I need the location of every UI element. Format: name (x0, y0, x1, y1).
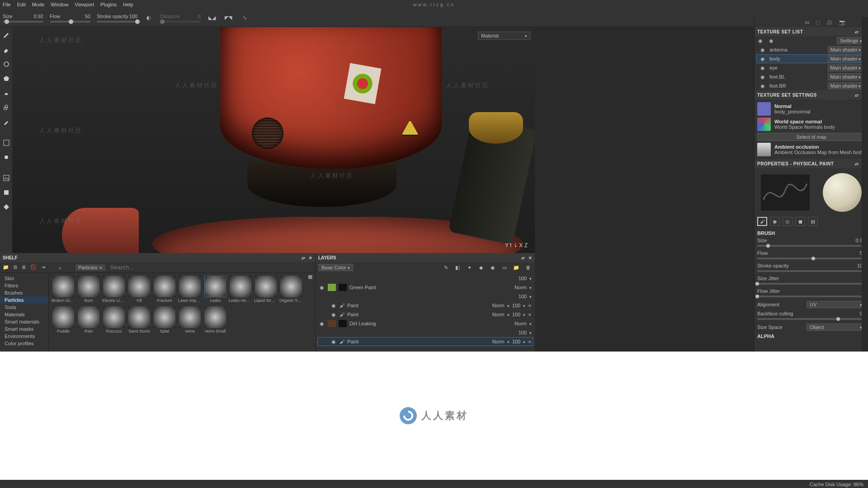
projection-tool-icon[interactable] (2, 60, 11, 69)
shelf-category[interactable]: Particles (0, 296, 48, 304)
prop-size-slider[interactable] (757, 245, 865, 247)
shelf-category[interactable]: Filters (0, 282, 48, 289)
filter-icon[interactable]: ⌕ (59, 265, 62, 270)
menu-mode[interactable]: Mode (32, 2, 45, 7)
opt-flow-slider[interactable] (50, 21, 90, 23)
shelf-item[interactable]: Leaks (203, 276, 227, 303)
layer-visibility-icon[interactable]: ◉ (319, 284, 325, 291)
layer-row[interactable]: ◉🖌PaintNorm100 (317, 337, 533, 346)
remove-effect-icon[interactable] (528, 312, 532, 317)
menu-plugins[interactable]: Plugins (100, 2, 117, 7)
symmetry-x-icon[interactable]: ◣◢ (207, 13, 217, 23)
add-group-icon[interactable]: ▭ (500, 263, 509, 272)
tss-map-normal[interactable]: Normalbody_prenormal (757, 101, 865, 117)
right-column-scrollbar[interactable] (862, 17, 868, 352)
shader-dropdown[interactable]: Main shader (828, 55, 863, 62)
close-icon[interactable] (528, 255, 532, 260)
texture-set-item[interactable]: ◉bodyMain shader (756, 54, 866, 63)
fill-tab-icon[interactable]: ◼ (795, 217, 805, 226)
lazy-mouse-icon[interactable]: ◐ (144, 13, 154, 23)
shelf-category[interactable]: Smart masks (0, 325, 48, 333)
layer-name[interactable]: Paint (347, 303, 359, 308)
viewport-axis-gizmo[interactable]: Y↿⇂ X Z (505, 242, 528, 249)
visibility-icon[interactable]: ◉ (760, 65, 766, 71)
texture-set-item[interactable]: ◉feet.BLMain shader (756, 72, 866, 81)
shader-dropdown[interactable]: Main shader (828, 73, 863, 80)
shelf-item[interactable]: Sand Storm (127, 306, 151, 333)
tss-select-id-map[interactable]: Select id map (757, 133, 865, 141)
layer-opacity[interactable]: 100 (512, 339, 520, 344)
polygon-fill-icon[interactable] (2, 74, 11, 83)
new-shelf-icon[interactable]: ⧉ (14, 264, 17, 270)
tsl-settings-dropdown[interactable]: Settings (837, 37, 865, 44)
maximize-icon[interactable] (855, 161, 859, 166)
shader-dropdown[interactable]: Main shader (828, 46, 863, 53)
viewport-shading-dropdown[interactable]: Material (478, 32, 530, 40)
tss-map-wsn[interactable]: World space normalWorld Space Normals bo… (757, 117, 865, 132)
remove-effect-icon[interactable] (528, 303, 532, 308)
close-icon[interactable] (309, 255, 312, 260)
shelf-item[interactable]: Laser Impact (178, 276, 202, 303)
display-camera-icon[interactable]: 🎥 (826, 19, 833, 25)
shelf-item[interactable]: Fill (127, 276, 151, 303)
shelf-category[interactable]: Materials (0, 311, 48, 318)
layer-blend-controls[interactable]: Norm100 (492, 339, 532, 344)
opt-flow[interactable]: Flow50 (50, 14, 90, 23)
layer-blend-controls[interactable]: Norm100 (492, 303, 532, 308)
folder-icon[interactable]: 📁 (3, 264, 9, 270)
brush-tool-icon[interactable] (2, 31, 11, 40)
shelf-category[interactable]: Brushes (0, 289, 48, 296)
shelf-item[interactable]: Leaks Heavy (229, 276, 252, 303)
wand-icon[interactable]: ✎ (442, 263, 450, 272)
layer-mask-thumb[interactable] (339, 320, 347, 327)
visibility-icon[interactable]: ◉ (760, 47, 766, 53)
blend-mode[interactable]: Norm (492, 339, 505, 344)
iray-icon[interactable] (2, 188, 11, 197)
opt-size-slider[interactable] (3, 21, 43, 23)
brush-tab-icon[interactable]: 🖌 (757, 217, 767, 226)
opt-opac-slider[interactable] (97, 21, 137, 23)
solo-icon[interactable]: ◉ (768, 38, 774, 44)
shelf-item[interactable]: Electric Lines (102, 276, 126, 303)
photoshop-export-icon[interactable]: Ps (2, 174, 11, 183)
shelf-item[interactable]: Burn (77, 276, 100, 303)
prop-flow-jitter[interactable]: Flow Jitter0 (757, 288, 865, 297)
tss-map-ao[interactable]: Ambient occlusionAmbient Occlusion Map f… (757, 142, 865, 157)
menu-window[interactable]: Window (51, 2, 68, 7)
prop-backface-slider[interactable] (757, 318, 865, 320)
layer-visibility-icon[interactable]: ◉ (319, 320, 325, 327)
prop-flow-slider[interactable] (757, 258, 865, 259)
add-effect-icon[interactable]: ✦ (465, 263, 473, 272)
layer-blend-controls[interactable]: 100 (519, 294, 532, 299)
shelf-item[interactable]: Splat (153, 306, 176, 333)
shelf-item[interactable]: Organic Spr... (279, 276, 303, 303)
layer-name[interactable]: Green Paint (349, 285, 376, 290)
layer-visibility-icon[interactable]: ◉ (330, 338, 337, 345)
shelf-item[interactable]: Fracture (153, 276, 176, 303)
layer-visibility-icon[interactable]: ◉ (330, 302, 337, 309)
layers-channel-dropdown[interactable]: Base Color (318, 264, 353, 271)
shelf-item[interactable]: Liquid Stream (254, 276, 278, 303)
add-fill-icon[interactable]: ◆ (477, 263, 485, 272)
shelf-item[interactable]: Roccoco (102, 306, 126, 333)
prop-opac-slider[interactable] (757, 270, 865, 272)
layer-name[interactable]: Dirt Leaking (349, 321, 376, 326)
prop-sizespace[interactable]: Size SpaceObject (757, 324, 865, 331)
maximize-icon[interactable] (855, 93, 859, 98)
filter-chip-particles[interactable]: Particles (75, 264, 105, 271)
layer-opacity[interactable]: 100 (512, 312, 520, 317)
opt-size[interactable]: Size0.92 (3, 14, 43, 23)
remove-effect-icon[interactable] (528, 339, 532, 344)
smudge-tool-icon[interactable] (2, 89, 11, 98)
shelf-search-input[interactable] (110, 264, 164, 271)
texture-set-item[interactable]: ◉antennaMain shader (756, 45, 866, 54)
blend-mode[interactable]: Norm (492, 303, 505, 308)
layer-row[interactable]: 100 (317, 274, 533, 283)
viewport-3d[interactable]: 人人素材社区 人人素材社区 人人素材社区 人人素材社区 人人素材社区 人人素材社… (12, 27, 535, 253)
layer-opacity[interactable]: 100 (512, 303, 520, 308)
blend-mode[interactable]: Norm (514, 321, 527, 326)
menu-edit[interactable]: Edit (17, 2, 26, 7)
add-mask-icon[interactable]: ◧ (453, 263, 462, 272)
prop-flow[interactable]: Flow50 (757, 250, 865, 259)
layer-row[interactable]: 100 (317, 292, 533, 301)
